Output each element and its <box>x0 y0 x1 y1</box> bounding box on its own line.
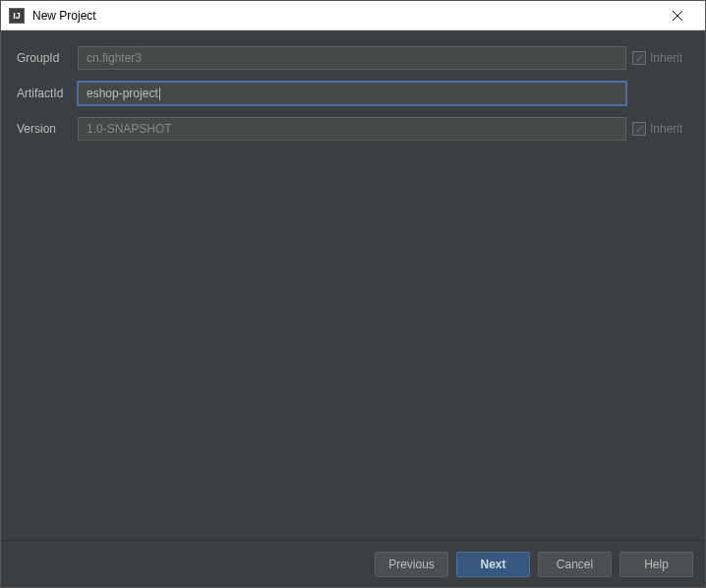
content-area: GroupId ✓ Inherit ArtifactId eshop-proje… <box>1 30 705 540</box>
version-input[interactable] <box>78 117 626 141</box>
artifactid-input[interactable]: eshop-project <box>78 82 626 105</box>
checkbox-checked-icon: ✓ <box>632 51 646 65</box>
version-label: Version <box>13 122 72 136</box>
version-row: Version ✓ Inherit <box>13 117 693 141</box>
groupid-inherit[interactable]: ✓ Inherit <box>632 51 693 65</box>
checkbox-checked-icon: ✓ <box>632 122 646 136</box>
version-inherit-label: Inherit <box>650 122 682 136</box>
app-icon: IJ <box>9 8 25 24</box>
groupid-input[interactable] <box>78 46 626 70</box>
help-button[interactable]: Help <box>619 552 693 577</box>
text-caret-icon <box>159 88 160 100</box>
close-button[interactable] <box>658 2 697 29</box>
groupid-label: GroupId <box>13 51 72 65</box>
window-title: New Project <box>32 9 658 23</box>
groupid-inherit-label: Inherit <box>650 51 682 65</box>
next-button[interactable]: Next <box>456 552 530 577</box>
artifactid-label: ArtifactId <box>13 87 72 100</box>
close-icon <box>673 11 682 21</box>
previous-button[interactable]: Previous <box>375 552 448 577</box>
artifactid-value: eshop-project <box>87 87 158 100</box>
footer: Previous Next Cancel Help <box>1 540 705 587</box>
titlebar: IJ New Project <box>1 1 705 30</box>
cancel-button[interactable]: Cancel <box>538 552 612 577</box>
version-inherit[interactable]: ✓ Inherit <box>632 122 693 136</box>
artifactid-row: ArtifactId eshop-project <box>13 82 693 105</box>
groupid-row: GroupId ✓ Inherit <box>13 46 693 70</box>
